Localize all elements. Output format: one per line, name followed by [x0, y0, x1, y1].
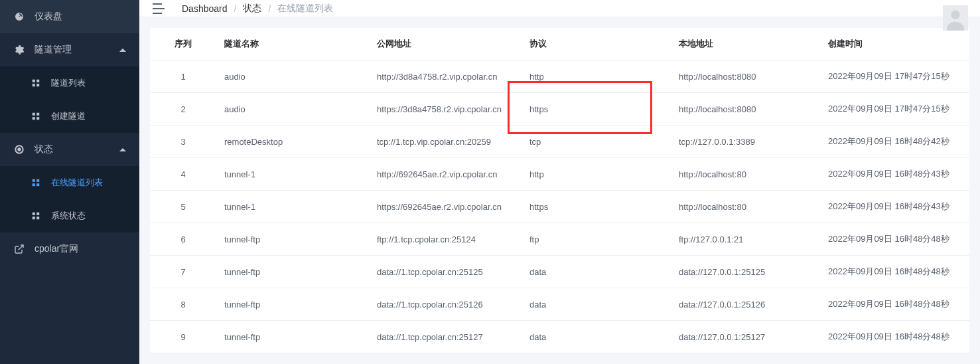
nav-tunnel-manage[interactable]: 隧道管理: [0, 33, 139, 66]
table-row[interactable]: 2audiohttps://3d8a4758.r2.vip.cpolar.cnh…: [150, 93, 969, 126]
cell-created: 2022年09月09日 16时48分43秒: [820, 191, 969, 223]
cell-local-addr: http://localhost:80: [671, 158, 820, 191]
nav-online-tunnel-list[interactable]: 在线隧道列表: [0, 166, 139, 199]
svg-rect-13: [36, 213, 39, 215]
cell-index: 4: [150, 158, 216, 191]
cell-protocol: data: [522, 256, 671, 288]
cell-protocol: https: [522, 93, 671, 126]
cell-local-addr: http://localhost:8080: [671, 60, 820, 93]
main: Dashboard / 状态 / 在线隧道列表 序列 隧道名称 公网地址: [139, 0, 980, 364]
cell-protocol: https: [522, 191, 671, 223]
cell-created: 2022年09月09日 16时48分43秒: [820, 158, 969, 191]
svg-rect-4: [33, 113, 35, 116]
breadcrumb-dashboard[interactable]: Dashboard: [182, 3, 228, 14]
cell-index: 5: [150, 191, 216, 223]
nav-dashboard-label: 仪表盘: [35, 11, 62, 23]
nav-online-tunnel-list-label: 在线隧道列表: [51, 177, 103, 189]
cell-local-addr: data://127.0.0.1:25127: [671, 321, 820, 353]
cell-public-addr: ftp://1.tcp.cpolar.cn:25124: [369, 223, 522, 256]
cell-index: 9: [150, 321, 216, 353]
breadcrumb-status[interactable]: 状态: [243, 3, 261, 15]
cell-name: audio: [216, 93, 369, 126]
svg-rect-3: [36, 84, 39, 86]
breadcrumb: Dashboard / 状态 / 在线隧道列表: [182, 3, 333, 15]
nav-tunnel-create[interactable]: 创建隧道: [0, 100, 139, 133]
cell-local-addr: data://127.0.0.1:25125: [671, 256, 820, 288]
table-row[interactable]: 6tunnel-ftpftp://1.tcp.cpolar.cn:25124ft…: [150, 223, 969, 256]
nav-system-status[interactable]: 系统状态: [0, 199, 139, 232]
nav-system-status-label: 系统状态: [51, 210, 86, 222]
cell-public-addr: https://3d8a4758.r2.vip.cpolar.cn: [369, 93, 522, 126]
cell-created: 2022年09月09日 17时47分15秒: [820, 93, 969, 126]
cell-protocol: http: [522, 60, 671, 93]
table-row[interactable]: 7tunnel-ftpdata://1.tcp.cpolar.cn:25125d…: [150, 256, 969, 288]
cell-public-addr: http://3d8a4758.r2.vip.cpolar.cn: [369, 60, 522, 93]
nav-tunnel-list[interactable]: 隧道列表: [0, 66, 139, 100]
nav-status[interactable]: 状态: [0, 133, 139, 166]
table-row[interactable]: 4tunnel-1http://692645ae.r2.vip.cpolar.c…: [150, 158, 969, 191]
nav-cpolar-site-label: cpolar官网: [35, 243, 78, 255]
nav-dashboard[interactable]: 仪表盘: [0, 0, 139, 33]
svg-rect-12: [33, 213, 35, 215]
svg-rect-5: [36, 113, 39, 116]
svg-rect-11: [36, 183, 39, 186]
breadcrumb-sep: /: [268, 3, 271, 14]
cell-created: 2022年09月09日 16时48分42秒: [820, 126, 969, 158]
hamburger-icon[interactable]: [153, 3, 166, 14]
cell-name: tunnel-ftp: [216, 321, 369, 353]
breadcrumb-current: 在线隧道列表: [277, 3, 333, 15]
cell-name: audio: [216, 60, 369, 93]
cell-name: tunnel-ftp: [216, 256, 369, 288]
svg-rect-6: [33, 117, 35, 120]
cell-public-addr: data://1.tcp.cpolar.cn:25127: [369, 321, 522, 353]
th-created: 创建时间: [820, 28, 969, 60]
gauge-icon: [13, 11, 25, 22]
cell-protocol: data: [522, 288, 671, 321]
cell-local-addr: http://localhost:80: [671, 191, 820, 223]
table-row[interactable]: 1audiohttp://3d8a4758.r2.vip.cpolar.cnht…: [150, 60, 969, 93]
th-name: 隧道名称: [216, 28, 369, 60]
cell-local-addr: tcp://127.0.0.1:3389: [671, 126, 820, 158]
cell-index: 6: [150, 223, 216, 256]
cell-public-addr: http://692645ae.r2.vip.cpolar.cn: [369, 158, 522, 191]
cell-public-addr: https://692645ae.r2.vip.cpolar.cn: [369, 191, 522, 223]
table-header-row: 序列 隧道名称 公网地址 协议 本地地址 创建时间: [150, 28, 969, 60]
tunnel-table: 序列 隧道名称 公网地址 协议 本地地址 创建时间 1audiohttp://3…: [150, 28, 969, 353]
cell-index: 2: [150, 93, 216, 126]
nav-status-sub: 在线隧道列表 系统状态: [0, 166, 139, 232]
th-protocol: 协议: [522, 28, 671, 60]
user-avatar[interactable]: [943, 5, 968, 31]
svg-rect-10: [33, 183, 35, 186]
grid-icon: [30, 178, 42, 187]
tunnel-table-card: 序列 隧道名称 公网地址 协议 本地地址 创建时间 1audiohttp://3…: [150, 28, 969, 353]
nav-tunnel-create-label: 创建隧道: [51, 110, 86, 122]
cell-index: 3: [150, 126, 216, 158]
cell-name: tunnel-ftp: [216, 288, 369, 321]
table-row[interactable]: 9tunnel-ftpdata://1.tcp.cpolar.cn:25127d…: [150, 321, 969, 353]
grid-icon: [30, 78, 42, 88]
cell-protocol: http: [522, 158, 671, 191]
content: 序列 隧道名称 公网地址 协议 本地地址 创建时间 1audiohttp://3…: [139, 17, 980, 364]
nav-tunnel-manage-sub: 隧道列表 创建隧道: [0, 66, 139, 133]
svg-rect-9: [36, 179, 39, 182]
sidebar: 仪表盘 隧道管理 隧道列表 创建隧道: [0, 0, 139, 364]
table-row[interactable]: 5tunnel-1https://692645ae.r2.vip.cpolar.…: [150, 191, 969, 223]
table-row[interactable]: 3remoteDesktoptcp://1.tcp.vip.cpolar.cn:…: [150, 126, 969, 158]
cell-name: tunnel-ftp: [216, 223, 369, 256]
nav-cpolar-site[interactable]: cpolar官网: [0, 232, 139, 266]
cell-local-addr: ftp://127.0.0.1:21: [671, 223, 820, 256]
grid-icon: [30, 112, 42, 121]
cell-created: 2022年09月09日 16时48分48秒: [820, 223, 969, 256]
cell-public-addr: tcp://1.tcp.vip.cpolar.cn:20259: [369, 126, 522, 158]
th-public-addr: 公网地址: [369, 28, 522, 60]
nav-status-label: 状态: [35, 143, 53, 155]
cell-name: tunnel-1: [216, 191, 369, 223]
svg-rect-15: [36, 217, 39, 219]
nav-tunnel-manage-label: 隧道管理: [35, 44, 72, 56]
cell-index: 8: [150, 288, 216, 321]
cell-protocol: tcp: [522, 126, 671, 158]
cell-protocol: data: [522, 321, 671, 353]
table-row[interactable]: 8tunnel-ftpdata://1.tcp.cpolar.cn:25126d…: [150, 288, 969, 321]
cell-index: 1: [150, 60, 216, 93]
header: Dashboard / 状态 / 在线隧道列表: [139, 0, 980, 17]
